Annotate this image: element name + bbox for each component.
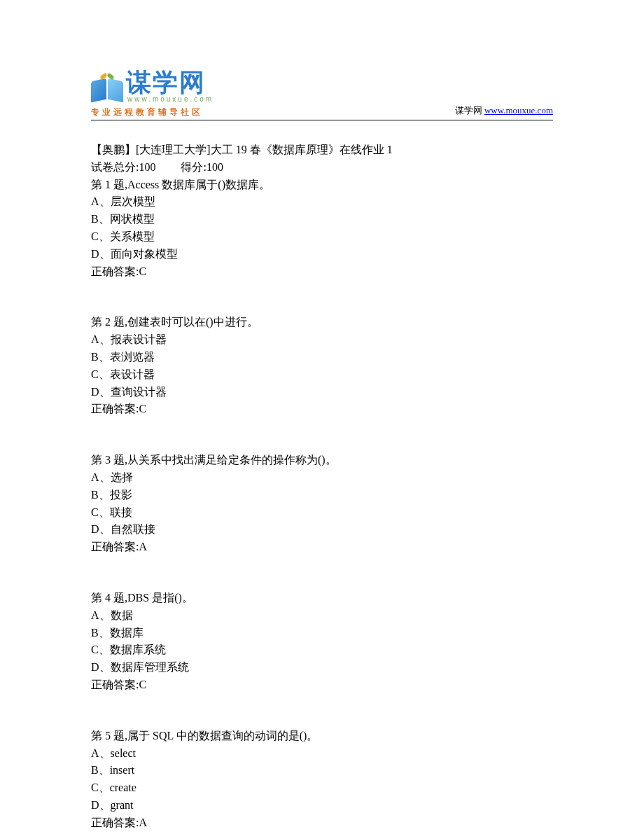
question-answer: 正确答案:A xyxy=(91,538,553,556)
page-container: 谋学网 www.mouxue.com 专业远程教育辅导社区 谋学网 www.mo… xyxy=(0,0,644,834)
question-option: D、查询设计器 xyxy=(91,384,553,401)
question-answer: 正确答案:A xyxy=(91,814,553,832)
question-option: B、表浏览器 xyxy=(91,349,553,366)
question-option: B、网状模型 xyxy=(91,211,553,228)
question-option: B、insert xyxy=(91,762,553,779)
score-got: 得分:100 xyxy=(181,161,223,173)
question-option: A、报表设计器 xyxy=(91,331,553,349)
question-option: C、create xyxy=(91,779,553,797)
question-option: C、数据库系统 xyxy=(91,641,553,659)
question-block: 第 1 题,Access 数据库属于()数据库。 A、层次模型 B、网状模型 C… xyxy=(91,176,553,281)
brand-text: 谋学网 xyxy=(455,105,484,116)
question-option: A、选择 xyxy=(91,469,553,487)
question-option: B、数据库 xyxy=(91,625,553,642)
logo-text-column: 谋学网 www.mouxue.com xyxy=(126,70,214,104)
logo-subtitle: 专业远程教育辅导社区 xyxy=(91,106,214,118)
question-stem: 第 3 题,从关系中找出满足给定条件的操作称为()。 xyxy=(91,452,553,469)
question-stem: 第 2 题,创建表时可以在()中进行。 xyxy=(91,314,553,331)
question-option: B、投影 xyxy=(91,487,553,504)
question-option: D、面向对象模型 xyxy=(91,246,553,263)
question-option: A、层次模型 xyxy=(91,193,553,211)
question-answer: 正确答案:C xyxy=(91,401,553,418)
question-option: A、select xyxy=(91,745,553,763)
question-block: 第 5 题,属于 SQL 中的数据查询的动词的是()。 A、select B、i… xyxy=(91,728,553,832)
header-brand-link-area: 谋学网 www.mouxue.com xyxy=(455,104,553,119)
question-stem: 第 5 题,属于 SQL 中的数据查询的动词的是()。 xyxy=(91,728,553,745)
question-option: D、自然联接 xyxy=(91,521,553,538)
logo-block: 谋学网 www.mouxue.com 专业远程教育辅导社区 xyxy=(91,70,214,118)
question-option: C、联接 xyxy=(91,504,553,522)
question-block: 第 2 题,创建表时可以在()中进行。 A、报表设计器 B、表浏览器 C、表设计… xyxy=(91,314,553,418)
question-option: D、grant xyxy=(91,797,553,814)
question-option: D、数据库管理系统 xyxy=(91,659,553,676)
question-answer: 正确答案:C xyxy=(91,676,553,694)
score-line: 试卷总分:100得分:100 xyxy=(91,159,553,176)
exam-title: 【奥鹏】[大连理工大学]大工 19 春《数据库原理》在线作业 1 xyxy=(91,141,553,159)
question-answer: 正确答案:C xyxy=(91,263,553,281)
logo-text-en: www.mouxue.com xyxy=(127,94,214,104)
question-option: C、关系模型 xyxy=(91,228,553,246)
brand-url-link[interactable]: www.mouxue.com xyxy=(484,105,553,116)
logo-text-cn: 谋学网 xyxy=(126,70,214,95)
logo-top-row: 谋学网 www.mouxue.com xyxy=(91,70,214,104)
question-stem: 第 4 题,DBS 是指()。 xyxy=(91,590,553,607)
question-stem: 第 1 题,Access 数据库属于()数据库。 xyxy=(91,176,553,194)
book-sprout-icon xyxy=(91,73,123,102)
question-block: 第 4 题,DBS 是指()。 A、数据 B、数据库 C、数据库系统 D、数据库… xyxy=(91,590,553,694)
question-option: C、表设计器 xyxy=(91,366,553,384)
score-total: 试卷总分:100 xyxy=(91,161,155,173)
content-body: 【奥鹏】[大连理工大学]大工 19 春《数据库原理》在线作业 1 试卷总分:10… xyxy=(91,141,553,834)
question-option: A、数据 xyxy=(91,607,553,625)
question-block: 第 3 题,从关系中找出满足给定条件的操作称为()。 A、选择 B、投影 C、联… xyxy=(91,452,553,556)
page-header: 谋学网 www.mouxue.com 专业远程教育辅导社区 谋学网 www.mo… xyxy=(91,70,553,120)
